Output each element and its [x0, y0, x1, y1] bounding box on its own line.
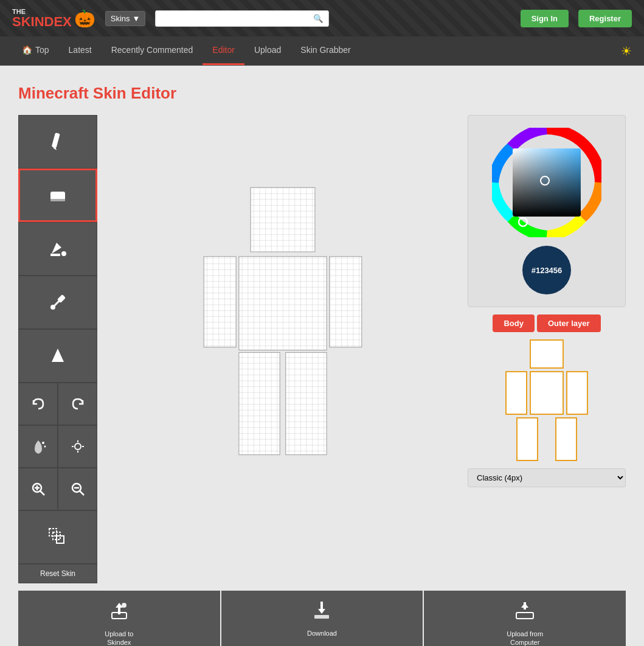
- svg-rect-35: [329, 257, 361, 347]
- zoom-out-button[interactable]: [58, 468, 97, 510]
- svg-line-19: [40, 491, 44, 495]
- download-icon: [311, 599, 333, 625]
- logo-icon: 🎃: [74, 9, 95, 29]
- darken-lighten-row: [18, 425, 97, 468]
- color-picker[interactable]: #123456: [468, 115, 626, 307]
- zoom-in-button[interactable]: [18, 468, 58, 510]
- redo-button[interactable]: [58, 383, 97, 425]
- skin-map: [468, 339, 626, 461]
- skin-part-left-leg[interactable]: [516, 417, 538, 461]
- outer-layer-button[interactable]: Outer layer: [537, 314, 601, 332]
- home-icon: 🏠: [22, 45, 32, 55]
- page-title: Minecraft Skin Editor: [18, 84, 626, 103]
- nav-item-editor[interactable]: Editor: [203, 36, 244, 65]
- svg-marker-9: [52, 349, 64, 362]
- svg-rect-2: [50, 192, 65, 200]
- eyedropper-tool[interactable]: [18, 276, 97, 329]
- upload-computer-label: Upload fromComputer: [507, 630, 543, 646]
- format-select[interactable]: Classic (4px) Slim (3px): [468, 468, 626, 487]
- nav-item-upload[interactable]: Upload: [244, 36, 291, 65]
- upload-skindex-icon: [108, 599, 130, 625]
- nav-item-recently-commented[interactable]: Recently Commented: [102, 36, 203, 65]
- svg-rect-3: [50, 199, 65, 201]
- undo-redo-row: [18, 383, 97, 425]
- skin-preview: [192, 176, 374, 480]
- canvas-area[interactable]: [97, 115, 468, 541]
- upload-from-computer-button[interactable]: Upload fromComputer: [424, 591, 626, 646]
- svg-point-49: [122, 603, 126, 608]
- smudge-tool[interactable]: [18, 329, 97, 383]
- logo: THE SKINDEX 🎃: [12, 9, 95, 29]
- body-layer-button[interactable]: Body: [493, 314, 535, 332]
- dropdown-arrow-icon: ▼: [133, 14, 140, 23]
- svg-rect-48: [118, 607, 120, 614]
- header: THE SKINDEX 🎃 Skins ▼ 🔍 Sign In Register: [0, 0, 644, 36]
- color-hex-display: #123456: [531, 266, 563, 275]
- color-wheel[interactable]: [492, 128, 601, 237]
- svg-rect-39: [285, 352, 326, 454]
- svg-rect-0: [52, 133, 60, 148]
- right-panel: #123456 Body Outer layer: [468, 115, 626, 487]
- svg-point-12: [44, 446, 46, 448]
- upload-to-skindex-button[interactable]: Upload toSkindex: [18, 591, 220, 646]
- svg-rect-52: [516, 613, 533, 619]
- skin-part-right-leg[interactable]: [555, 417, 577, 461]
- search-input[interactable]: [156, 11, 308, 26]
- svg-rect-50: [314, 615, 329, 619]
- tools-panel: Reset Skin: [18, 115, 97, 583]
- skins-dropdown[interactable]: Skins ▼: [105, 11, 146, 26]
- download-label: Download: [307, 630, 337, 637]
- skin-layers-tool[interactable]: [18, 510, 97, 564]
- skin-part-body[interactable]: [530, 371, 564, 415]
- fill-tool[interactable]: [18, 222, 97, 276]
- svg-rect-33: [204, 257, 236, 347]
- skin-map-body-row: [505, 371, 588, 415]
- upload-skindex-label: Upload toSkindex: [105, 630, 133, 646]
- skins-label: Skins: [111, 14, 130, 23]
- main-content: Minecraft Skin Editor: [0, 66, 644, 646]
- upload-computer-icon: [514, 599, 536, 625]
- svg-rect-5: [50, 254, 60, 256]
- skin-map-head-row: [530, 339, 564, 369]
- nav-item-latest[interactable]: Latest: [59, 36, 102, 65]
- svg-rect-29: [251, 187, 315, 252]
- skin-part-left-arm[interactable]: [505, 371, 527, 415]
- svg-rect-53: [524, 602, 526, 610]
- skin-map-legs-row: [516, 417, 577, 461]
- svg-rect-27: [57, 536, 64, 543]
- svg-rect-44: [513, 148, 581, 217]
- register-button[interactable]: Register: [578, 10, 632, 27]
- action-buttons: Upload toSkindex Download Upload fromC: [18, 591, 626, 646]
- lighten-button[interactable]: [58, 425, 97, 468]
- format-dropdown[interactable]: Classic (4px) Slim (3px): [468, 468, 626, 487]
- eraser-tool[interactable]: [18, 168, 97, 222]
- pencil-tool[interactable]: [18, 115, 97, 168]
- svg-rect-51: [320, 602, 323, 610]
- svg-rect-37: [238, 352, 279, 454]
- darken-button[interactable]: [18, 425, 58, 468]
- svg-point-11: [42, 442, 44, 444]
- search-icon: 🔍: [313, 14, 324, 23]
- theme-toggle-icon[interactable]: ☀: [621, 44, 632, 58]
- download-button[interactable]: Download: [221, 591, 423, 646]
- svg-point-4: [61, 251, 66, 256]
- skin-part-right-arm[interactable]: [566, 371, 588, 415]
- svg-line-23: [80, 491, 84, 495]
- search-bar: 🔍: [155, 10, 328, 27]
- svg-point-13: [75, 443, 81, 450]
- zoom-row: [18, 468, 97, 510]
- svg-point-7: [50, 305, 55, 310]
- nav-item-top[interactable]: 🏠 Top: [12, 36, 59, 65]
- reset-skin-button[interactable]: Reset Skin: [18, 564, 97, 583]
- undo-button[interactable]: [18, 383, 58, 425]
- signin-button[interactable]: Sign In: [521, 10, 569, 27]
- color-swatch[interactable]: #123456: [522, 246, 571, 294]
- editor-layout: Reset Skin: [18, 115, 626, 583]
- layer-buttons: Body Outer layer: [468, 314, 626, 332]
- search-button[interactable]: 🔍: [308, 11, 328, 26]
- logo-skindex-text: SKINDEX: [12, 15, 72, 29]
- nav: 🏠 Top Latest Recently Commented Editor U…: [0, 36, 644, 66]
- skin-part-head[interactable]: [530, 339, 564, 369]
- nav-item-skin-grabber[interactable]: Skin Grabber: [291, 36, 360, 65]
- svg-rect-31: [238, 257, 326, 350]
